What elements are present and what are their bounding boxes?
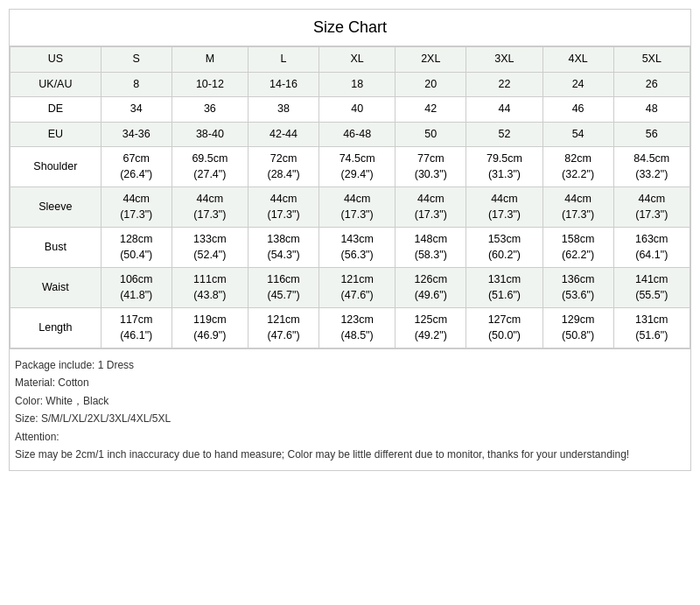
table-cell: 67cm (26.4") [101,147,172,187]
col-header-s: S [101,47,172,73]
col-header-l: L [248,47,319,73]
table-row: EU34-3638-4042-4446-4850525456 [10,122,690,147]
table-row: Shoulder67cm (26.4")69.5cm (27.4")72cm (… [10,147,690,187]
table-cell: 82cm (32.2") [542,147,613,187]
table-cell: 72cm (28.4") [248,147,319,187]
col-header-us: US [10,47,102,73]
table-cell: 44cm (17.3") [542,187,613,228]
table-header-row: USSMLXL2XL3XL4XL5XL [10,47,690,73]
table-cell: 50 [396,122,466,147]
table-cell: 44cm (17.3") [319,187,396,228]
table-cell: 18 [319,72,396,97]
row-label-length: Length [10,308,102,348]
table-cell: 38 [248,97,319,123]
col-header-3xl: 3XL [466,47,542,73]
table-cell: 34-36 [101,122,172,147]
table-row: Length117cm (46.1")119cm (46.9")121cm (4… [10,308,690,348]
table-cell: 44cm (17.3") [396,187,466,228]
table-cell: 44cm (17.3") [172,187,248,228]
footer-line6: Size may be 2cm/1 inch inaccuracy due to… [15,446,685,463]
table-cell: 20 [396,72,466,97]
footer-line1: Package include: 1 Dress [15,356,685,374]
table-cell: 111cm (43.8") [172,268,248,308]
table-cell: 8 [101,72,172,97]
table-cell: 117cm (46.1") [101,308,172,348]
table-row: UK/AU810-1214-161820222426 [10,72,690,97]
table-cell: 46 [542,97,613,123]
table-cell: 48 [613,97,690,123]
table-cell: 131cm (51.6") [466,268,542,308]
table-cell: 138cm (54.3") [248,228,319,268]
table-cell: 158cm (62.2") [542,228,613,268]
table-cell: 125cm (49.2") [396,308,466,348]
row-label-sleeve: Sleeve [10,187,102,228]
table-cell: 84.5cm (33.2") [613,147,690,187]
col-header-4xl: 4XL [542,47,613,73]
size-table: USSMLXL2XL3XL4XL5XL UK/AU810-1214-161820… [10,46,690,348]
row-label-shoulder: Shoulder [10,147,102,187]
col-header-m: M [172,47,248,73]
table-cell: 38-40 [172,122,248,147]
table-cell: 56 [613,122,690,147]
table-cell: 22 [466,72,542,97]
table-cell: 129cm (50.8") [542,308,613,348]
table-cell: 44cm (17.3") [613,187,690,228]
table-cell: 131cm (51.6") [613,308,690,348]
footer-text: Package include: 1 Dress Material: Cotto… [10,348,690,470]
table-row: DE3436384042444648 [10,97,690,123]
table-cell: 133cm (52.4") [172,228,248,268]
table-cell: 116cm (45.7") [248,268,319,308]
size-chart-container: Size Chart USSMLXL2XL3XL4XL5XL UK/AU810-… [9,9,691,471]
row-label-eu: EU [10,122,102,147]
col-header-xl: XL [319,47,396,73]
table-cell: 74.5cm (29.4") [319,147,396,187]
table-cell: 46-48 [319,122,396,147]
table-cell: 44 [466,97,542,123]
table-cell: 126cm (49.6") [396,268,466,308]
table-cell: 40 [319,97,396,123]
table-cell: 44cm (17.3") [466,187,542,228]
table-cell: 24 [542,72,613,97]
row-label-de: DE [10,97,102,123]
table-cell: 26 [613,72,690,97]
table-cell: 121cm (47.6") [248,308,319,348]
chart-title: Size Chart [10,10,690,46]
table-cell: 10-12 [172,72,248,97]
row-label-waist: Waist [10,268,102,308]
col-header-5xl: 5XL [613,47,690,73]
table-cell: 121cm (47.6") [319,268,396,308]
table-cell: 143cm (56.3") [319,228,396,268]
table-cell: 141cm (55.5") [613,268,690,308]
footer-line3: Color: White，Black [15,392,685,410]
row-label-uk/au: UK/AU [10,72,102,97]
table-cell: 77cm (30.3") [396,147,466,187]
table-cell: 119cm (46.9") [172,308,248,348]
table-cell: 42-44 [248,122,319,147]
table-cell: 136cm (53.6") [542,268,613,308]
table-cell: 128cm (50.4") [101,228,172,268]
table-cell: 34 [101,97,172,123]
footer-line5: Attention: [15,428,685,446]
row-label-bust: Bust [10,228,102,268]
table-cell: 127cm (50.0") [466,308,542,348]
table-cell: 148cm (58.3") [396,228,466,268]
table-cell: 163cm (64.1") [613,228,690,268]
table-row: Waist106cm (41.8")111cm (43.8")116cm (45… [10,268,690,308]
table-cell: 54 [542,122,613,147]
table-cell: 79.5cm (31.3") [466,147,542,187]
table-cell: 153cm (60.2") [466,228,542,268]
table-cell: 42 [396,97,466,123]
footer-line4: Size: S/M/L/XL/2XL/3XL/4XL/5XL [15,410,685,427]
table-row: Sleeve44cm (17.3")44cm (17.3")44cm (17.3… [10,187,690,228]
table-cell: 123cm (48.5") [319,308,396,348]
table-cell: 44cm (17.3") [248,187,319,228]
table-cell: 36 [172,97,248,123]
table-row: Bust128cm (50.4")133cm (52.4")138cm (54.… [10,228,690,268]
table-body: UK/AU810-1214-161820222426DE343638404244… [10,72,690,348]
table-cell: 14-16 [248,72,319,97]
table-cell: 52 [466,122,542,147]
footer-line2: Material: Cotton [15,374,685,391]
table-cell: 44cm (17.3") [101,187,172,228]
table-cell: 69.5cm (27.4") [172,147,248,187]
col-header-2xl: 2XL [396,47,466,73]
